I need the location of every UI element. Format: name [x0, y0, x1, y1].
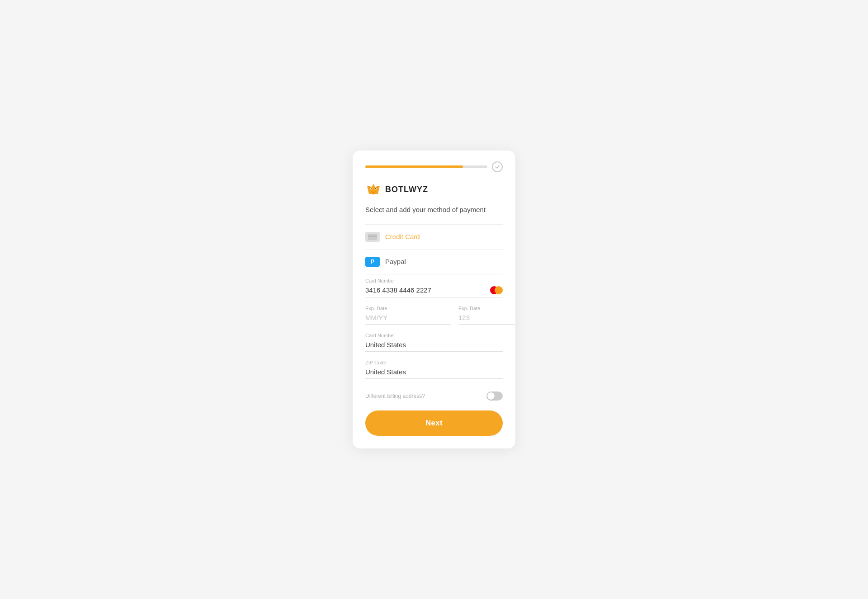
country-input[interactable]	[365, 341, 503, 349]
billing-toggle-label: Different billing address?	[365, 393, 425, 399]
zip-input-row	[365, 368, 503, 379]
country-label: Card Number	[365, 333, 503, 338]
zip-group: ZIP Code	[365, 360, 503, 379]
paypal-icon: P	[365, 257, 380, 267]
exp-cvv-row: Exp. Date Exp. Date	[365, 306, 503, 333]
card-number-group: Card Number	[365, 278, 503, 297]
logo-text: BotlWyz	[385, 185, 428, 194]
form-section: Card Number Exp. Date Exp. Date	[353, 274, 515, 379]
country-group: Card Number	[365, 333, 503, 352]
exp-date-input[interactable]	[365, 314, 451, 321]
payment-card: BotlWyz Select and add your method of pa…	[353, 151, 515, 448]
mastercard-icon	[490, 286, 503, 294]
exp-date-group: Exp. Date	[365, 306, 451, 325]
payment-option-paypal[interactable]: P Paypal	[353, 250, 515, 274]
next-button[interactable]: Next	[365, 410, 503, 436]
cvv-group: Exp. Date	[458, 306, 515, 325]
progress-check-circle	[492, 161, 503, 172]
progress-area	[353, 151, 515, 172]
page-subtitle: Select and add your method of payment	[353, 201, 515, 224]
cvv-input-row	[458, 314, 515, 325]
credit-card-label: Credit Card	[385, 233, 420, 241]
payment-option-credit-card[interactable]: Credit Card	[353, 225, 515, 249]
progress-fill	[365, 165, 463, 168]
exp-date-label: Exp. Date	[365, 306, 451, 311]
zip-input[interactable]	[365, 368, 503, 376]
credit-card-icon	[365, 232, 380, 242]
botlwyz-logo-icon	[365, 181, 382, 198]
zip-label: ZIP Code	[365, 360, 503, 365]
svg-point-5	[375, 188, 376, 189]
card-number-input-row	[365, 286, 503, 297]
paypal-label: Paypal	[385, 258, 406, 265]
country-input-row	[365, 341, 503, 352]
progress-track	[365, 165, 487, 168]
exp-date-input-row	[365, 314, 451, 325]
svg-rect-9	[368, 236, 377, 237]
card-number-label: Card Number	[365, 278, 503, 283]
svg-point-4	[371, 188, 372, 189]
billing-toggle[interactable]	[486, 391, 503, 401]
logo-area: BotlWyz	[353, 172, 515, 201]
toggle-knob	[487, 392, 495, 400]
cvv-label: Exp. Date	[458, 306, 515, 311]
billing-toggle-row: Different billing address?	[353, 387, 515, 409]
card-number-input[interactable]	[365, 286, 486, 294]
cvv-input[interactable]	[458, 314, 515, 321]
